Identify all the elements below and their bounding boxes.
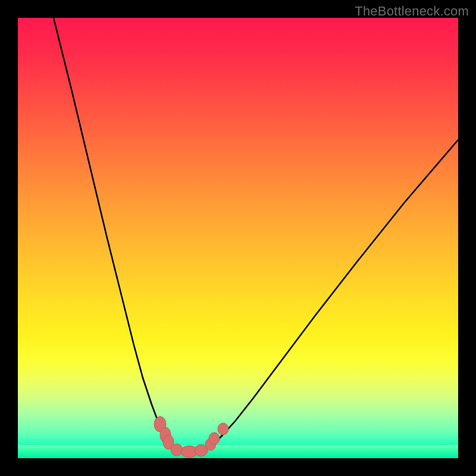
data-marker bbox=[160, 427, 171, 443]
bottleneck-curve bbox=[54, 18, 458, 452]
data-marker bbox=[154, 416, 166, 432]
data-marker bbox=[209, 433, 220, 444]
plot-area bbox=[18, 18, 458, 458]
watermark-text: TheBottleneck.com bbox=[355, 4, 469, 19]
curve-layer bbox=[18, 18, 458, 458]
data-marker bbox=[218, 423, 228, 435]
gradient-green-band bbox=[18, 445, 458, 458]
chart-frame: TheBottleneck.com bbox=[0, 0, 476, 476]
